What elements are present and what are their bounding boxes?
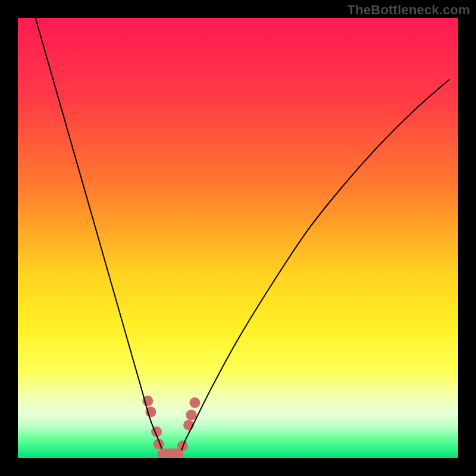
marker-dot (189, 397, 200, 408)
watermark-text: TheBottleneck.com (347, 2, 470, 18)
curve-layer (18, 18, 458, 458)
marker-dot (186, 409, 197, 420)
bottom-marker-blob (158, 449, 183, 458)
plot-area (18, 18, 458, 458)
outer-frame: TheBottleneck.com (0, 0, 476, 476)
bottleneck-curve (36, 18, 450, 456)
